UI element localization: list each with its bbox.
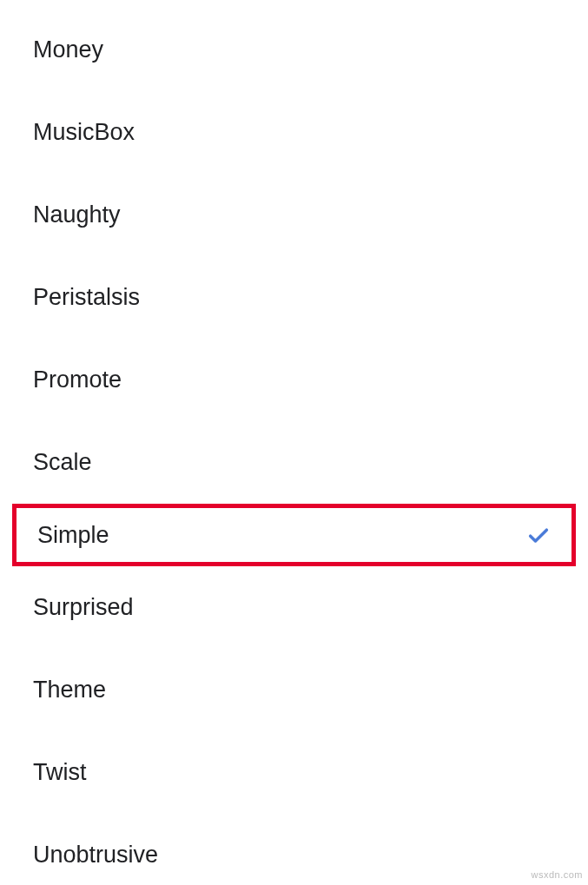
list-item-label: Theme xyxy=(33,677,106,703)
list-item-label: Naughty xyxy=(33,201,121,228)
list-item[interactable]: Money xyxy=(0,9,588,91)
list-item[interactable]: Theme xyxy=(0,649,588,731)
list-item[interactable]: Peristalsis xyxy=(0,256,588,339)
list-item[interactable]: Surprised xyxy=(0,566,588,649)
watermark: wsxdn.com xyxy=(531,869,583,880)
options-list: Money MusicBox Naughty Peristalsis Promo… xyxy=(0,0,588,885)
list-item[interactable]: Naughty xyxy=(0,174,588,256)
list-item[interactable]: Promote xyxy=(0,339,588,421)
list-item-label: Peristalsis xyxy=(33,284,140,311)
checkmark-icon xyxy=(526,523,551,547)
list-item-label: Twist xyxy=(33,759,87,786)
list-item[interactable]: MusicBox xyxy=(0,91,588,174)
list-item-label: Surprised xyxy=(33,594,134,621)
list-item[interactable]: Twist xyxy=(0,731,588,814)
list-item-label: MusicBox xyxy=(33,119,135,146)
list-item-label: Promote xyxy=(33,367,122,393)
list-item-label: Scale xyxy=(33,449,92,476)
list-item-label: Simple xyxy=(37,522,109,549)
list-item-label: Unobtrusive xyxy=(33,842,158,868)
list-item[interactable]: Scale xyxy=(0,421,588,504)
list-item-label: Money xyxy=(33,36,103,63)
list-item-selected[interactable]: Simple xyxy=(12,504,576,566)
list-item[interactable]: Unobtrusive xyxy=(0,814,588,885)
